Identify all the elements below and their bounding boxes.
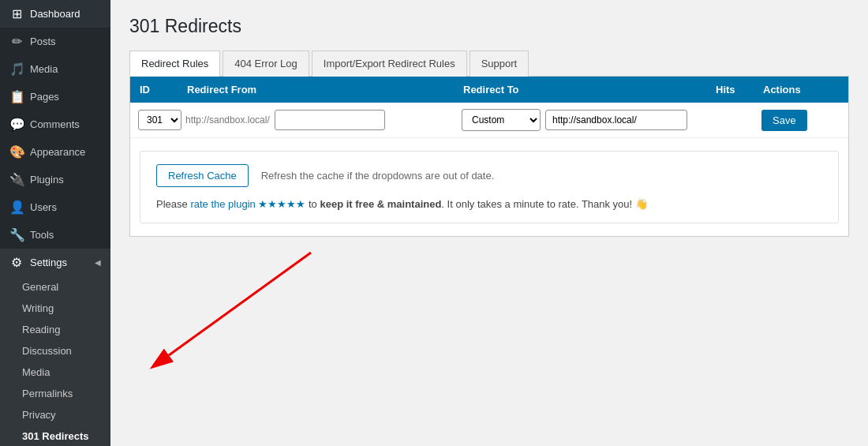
sidebar-item-label: Plugins xyxy=(30,174,64,186)
col-redirect-from: Redirect From xyxy=(178,77,454,103)
redirect-from-cell: http://sandbox.local/ xyxy=(178,103,454,137)
arrow-annotation xyxy=(129,245,849,387)
sidebar-item-dashboard[interactable]: ⊞ Dashboard xyxy=(0,0,110,28)
sidebar-item-media[interactable]: 🎵 Media xyxy=(0,55,110,83)
sidebar-sub-reading[interactable]: Reading xyxy=(0,319,110,340)
settings-arrow: ◀ xyxy=(95,258,101,267)
sidebar: ⊞ Dashboard ✏ Posts 🎵 Media 📋 Pages 💬 Co… xyxy=(0,0,110,446)
sidebar-item-label: Media xyxy=(30,63,58,75)
sidebar-sub-301redirects[interactable]: 301 Redirects xyxy=(0,425,110,446)
tools-icon: 🔧 xyxy=(9,227,24,242)
id-select[interactable]: 301 302 xyxy=(138,110,181,130)
sidebar-sub-media[interactable]: Media xyxy=(0,362,110,383)
sidebar-sub-permalinks[interactable]: Permalinks xyxy=(0,383,110,404)
tabs-container: Redirect Rules 404 Error Log Import/Expo… xyxy=(129,50,849,77)
col-redirect-to: Redirect To xyxy=(454,77,706,103)
sidebar-item-appearance[interactable]: 🎨 Appearance xyxy=(0,138,110,166)
sidebar-item-settings[interactable]: ⚙ Settings ◀ xyxy=(0,249,110,276)
sidebar-item-users[interactable]: 👤 Users xyxy=(0,193,110,221)
sidebar-item-label: Settings xyxy=(30,257,67,268)
tab-import-export[interactable]: Import/Export Redirect Rules xyxy=(312,51,467,77)
cache-box: Refresh Cache Refresh the cache if the d… xyxy=(140,151,839,223)
rate-text-after: to xyxy=(305,198,320,210)
refresh-cache-button[interactable]: Refresh Cache xyxy=(156,164,249,187)
page-title: 301 Redirects xyxy=(129,16,849,37)
red-arrow xyxy=(129,245,445,387)
comments-icon: 💬 xyxy=(9,117,24,132)
sidebar-item-plugins[interactable]: 🔌 Plugins xyxy=(0,166,110,193)
col-id: ID xyxy=(130,77,178,103)
sidebar-item-posts[interactable]: ✏ Posts xyxy=(0,28,110,55)
sidebar-item-label: Pages xyxy=(30,91,59,103)
sidebar-item-label: Users xyxy=(30,201,57,213)
sidebar-sub-general[interactable]: General xyxy=(0,276,110,298)
appearance-icon: 🎨 xyxy=(9,144,24,159)
sidebar-item-label: Appearance xyxy=(30,146,85,158)
sidebar-sub-discussion[interactable]: Discussion xyxy=(0,340,110,362)
tab-support[interactable]: Support xyxy=(470,51,529,77)
rate-row: Please rate the plugin ★★★★★ to keep it … xyxy=(156,198,822,210)
dashboard-icon: ⊞ xyxy=(9,6,24,21)
sidebar-sub-privacy[interactable]: Privacy xyxy=(0,404,110,425)
sidebar-item-tools[interactable]: 🔧 Tools xyxy=(0,221,110,249)
redirect-to-cell: Custom Post Page xyxy=(454,103,706,137)
settings-submenu: General Writing Reading Discussion Media… xyxy=(0,276,110,446)
sidebar-item-pages[interactable]: 📋 Pages xyxy=(0,83,110,111)
redirect-type-select[interactable]: Custom Post Page xyxy=(462,109,541,131)
sidebar-item-comments[interactable]: 💬 Comments xyxy=(0,111,110,138)
rate-text-before: Please xyxy=(156,198,190,210)
redirect-to-input[interactable] xyxy=(545,110,687,130)
sidebar-sub-writing[interactable]: Writing xyxy=(0,298,110,319)
actions-cell: Save xyxy=(754,103,848,137)
pages-icon: 📋 xyxy=(9,89,24,104)
plugins-icon: 🔌 xyxy=(9,172,24,187)
sidebar-item-label: Dashboard xyxy=(30,8,80,20)
tab-404-error-log[interactable]: 404 Error Log xyxy=(223,51,309,77)
save-button[interactable]: Save xyxy=(761,110,807,131)
svg-line-1 xyxy=(169,253,311,355)
col-hits: Hits xyxy=(706,77,754,103)
table-header: ID Redirect From Redirect To Hits Action… xyxy=(130,77,848,103)
sidebar-item-label: Tools xyxy=(30,229,54,241)
table-container: ID Redirect From Redirect To Hits Action… xyxy=(129,77,849,237)
rate-bold-text: keep it free & maintained xyxy=(320,198,441,210)
posts-icon: ✏ xyxy=(9,34,24,49)
settings-icon: ⚙ xyxy=(9,255,24,270)
media-icon: 🎵 xyxy=(9,62,24,77)
cache-row: Refresh Cache Refresh the cache if the d… xyxy=(156,164,822,187)
col-actions: Actions xyxy=(754,77,848,103)
redirect-from-prefix: http://sandbox.local/ xyxy=(185,114,270,126)
cache-description: Refresh the cache if the dropdowns are o… xyxy=(261,170,495,182)
rate-plugin-link[interactable]: rate the plugin ★★★★★ xyxy=(190,198,305,210)
rate-text-end: . It only takes a minute to rate. Thank … xyxy=(441,198,647,210)
sidebar-item-label: Posts xyxy=(30,36,56,47)
table-input-row: 301 302 http://sandbox.local/ Custom Pos… xyxy=(130,103,848,138)
sidebar-item-label: Comments xyxy=(30,118,80,130)
tab-redirect-rules[interactable]: Redirect Rules xyxy=(129,51,220,77)
hits-cell xyxy=(706,114,754,126)
redirect-from-input[interactable] xyxy=(275,110,385,130)
id-cell: 301 302 xyxy=(130,103,178,137)
main-content: 301 Redirects Redirect Rules 404 Error L… xyxy=(110,0,868,446)
users-icon: 👤 xyxy=(9,200,24,215)
rate-link-text: rate the plugin ★★★★★ xyxy=(190,198,305,210)
